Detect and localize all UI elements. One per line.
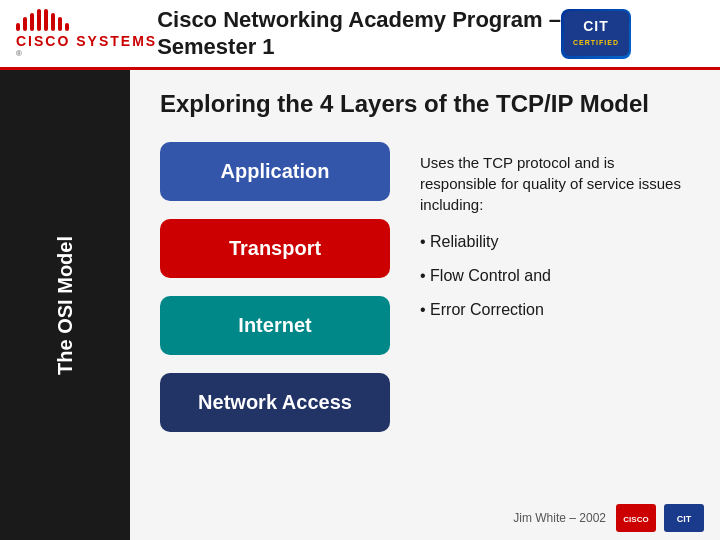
- svg-text:CIT: CIT: [583, 18, 609, 34]
- bullet-error-correction: • Error Correction: [420, 301, 690, 319]
- cit-logo: CIT CERTIFIED: [561, 9, 631, 59]
- layer-transport-button[interactable]: Transport: [160, 219, 390, 278]
- header-title-line2: Semester 1: [157, 34, 274, 59]
- cisco-bar-7: [58, 17, 62, 31]
- svg-text:CIT: CIT: [677, 514, 692, 524]
- header-title-line1: Cisco Networking Academy Program –: [157, 7, 561, 32]
- main-area: The OSI Model Exploring the 4 Layers of …: [0, 70, 720, 540]
- header: CISCO SYSTEMS ® Cisco Networking Academy…: [0, 0, 720, 70]
- bullet-flow-control: • Flow Control and: [420, 267, 690, 285]
- sidebar: The OSI Model: [0, 70, 130, 540]
- footer-cit-logo: CIT: [664, 504, 704, 532]
- footer: Jim White – 2002 CISCO CIT: [513, 504, 704, 532]
- svg-text:CISCO: CISCO: [623, 515, 648, 524]
- layer-network-access-button[interactable]: Network Access: [160, 373, 390, 432]
- footer-logos: CISCO CIT: [616, 504, 704, 532]
- cisco-bar-8: [65, 23, 69, 31]
- cisco-bar-2: [23, 17, 27, 31]
- description-bullets: • Reliability • Flow Control and • Error…: [420, 233, 690, 319]
- content-title: Exploring the 4 Layers of the TCP/IP Mod…: [160, 90, 690, 118]
- footer-attribution: Jim White – 2002: [513, 511, 606, 525]
- cisco-bar-1: [16, 23, 20, 31]
- header-title: Cisco Networking Academy Program – Semes…: [157, 7, 561, 60]
- sidebar-label: The OSI Model: [54, 236, 77, 375]
- cisco-bars: [16, 9, 69, 31]
- content-area: Exploring the 4 Layers of the TCP/IP Mod…: [130, 70, 720, 540]
- description-column: Uses the TCP protocol and is responsible…: [420, 142, 690, 432]
- layer-application-button[interactable]: Application: [160, 142, 390, 201]
- footer-cisco-logo: CISCO: [616, 504, 656, 532]
- cisco-bar-4: [37, 9, 41, 31]
- cisco-bar-5: [44, 9, 48, 31]
- layers-column: Application Transport Internet Network A…: [160, 142, 390, 432]
- description-intro: Uses the TCP protocol and is responsible…: [420, 152, 690, 215]
- cisco-bar-6: [51, 13, 55, 31]
- cisco-logo: CISCO SYSTEMS ®: [16, 9, 157, 58]
- layer-internet-button[interactable]: Internet: [160, 296, 390, 355]
- layers-area: Application Transport Internet Network A…: [160, 142, 690, 432]
- svg-text:CERTIFIED: CERTIFIED: [573, 39, 619, 46]
- cisco-wordmark: CISCO SYSTEMS: [16, 33, 157, 49]
- bullet-reliability: • Reliability: [420, 233, 690, 251]
- cisco-bar-3: [30, 13, 34, 31]
- cisco-sub: ®: [16, 49, 23, 58]
